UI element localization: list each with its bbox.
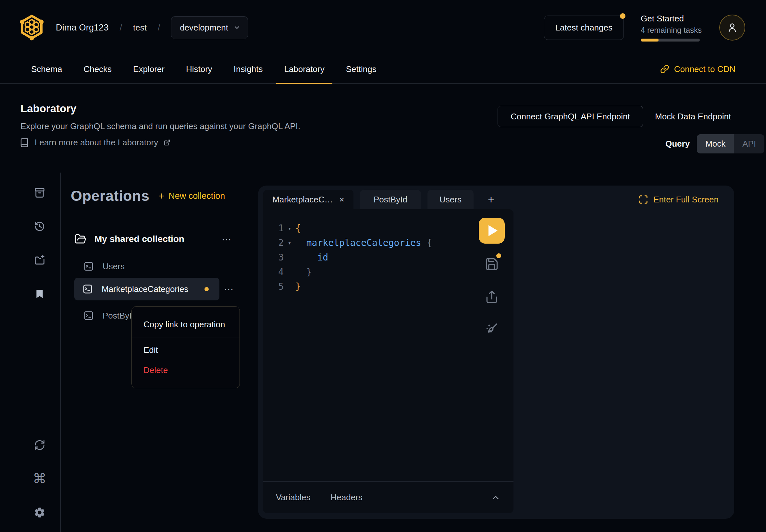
code-line: 4 } <box>263 265 514 279</box>
code-token: { <box>295 223 301 234</box>
operation-item-users[interactable]: Users <box>75 256 125 276</box>
page-title: Laboratory <box>20 103 76 115</box>
operation-context-menu: Copy link to operation Edit Delete <box>131 306 240 388</box>
operation-item-postbyid[interactable]: PostById <box>75 306 136 326</box>
breadcrumb-org[interactable]: Dima Org123 <box>56 23 109 33</box>
editor-tab-marketplacecategories[interactable]: MarketplaceC… × <box>263 190 353 209</box>
bookmarks-button[interactable] <box>33 287 46 301</box>
folder-open-icon <box>75 233 86 245</box>
code-token: } <box>295 281 301 292</box>
target-selector-value: development <box>180 23 228 33</box>
code-line: 3 id <box>263 250 514 265</box>
tab-checks[interactable]: Checks <box>76 54 119 84</box>
new-collection-button[interactable]: + New collection <box>159 190 225 202</box>
close-icon[interactable]: × <box>339 195 344 204</box>
sidebar-divider <box>60 173 61 532</box>
prettify-button[interactable] <box>484 321 499 336</box>
progress-bar <box>641 39 700 42</box>
fullscreen-button[interactable]: Enter Full Screen <box>638 190 719 209</box>
operation-menu-button[interactable]: ⋯ <box>224 278 234 300</box>
menu-item-copy-link[interactable]: Copy link to operation <box>132 314 239 334</box>
code-area[interactable]: 1 ▾ { 2 ▾ marketplaceCategories { 3 id 4… <box>263 209 514 481</box>
menu-item-edit[interactable]: Edit <box>132 340 239 360</box>
add-tab-button[interactable]: + <box>484 190 499 209</box>
tab-explorer[interactable]: Explorer <box>125 54 172 84</box>
fold-caret-icon[interactable]: ▾ <box>284 225 295 232</box>
line-number: 1 <box>263 223 284 234</box>
operation-label: Users <box>103 261 125 272</box>
headers-tab[interactable]: Headers <box>330 492 362 502</box>
new-collection-rail-button[interactable] <box>33 253 46 267</box>
code-indent <box>295 267 306 277</box>
plus-icon: + <box>159 190 165 202</box>
get-started-subtitle: 4 remaining tasks <box>641 26 702 35</box>
editor-tab-postbyid[interactable]: PostById <box>360 190 421 209</box>
command-icon: ⌘ <box>33 472 46 486</box>
code-token: } <box>306 267 312 277</box>
square-terminal-icon <box>83 261 94 272</box>
bookmark-icon <box>34 288 45 299</box>
connect-to-cdn-link[interactable]: Connect to CDN <box>660 54 736 84</box>
shortcuts-button[interactable]: ⌘ <box>33 472 46 486</box>
hive-logo[interactable] <box>19 14 45 41</box>
get-started-title: Get Started <box>641 14 702 24</box>
settings-button[interactable] <box>33 506 46 519</box>
share-operation-button[interactable] <box>484 290 499 305</box>
menu-item-delete[interactable]: Delete <box>132 360 239 380</box>
code-indent <box>295 252 317 263</box>
chevron-down-icon <box>233 24 240 31</box>
operation-item-marketplacecategories[interactable]: MarketplaceCategories <box>74 278 219 300</box>
code-line: 5 } <box>263 279 514 294</box>
play-icon <box>489 225 498 236</box>
save-operation-button[interactable] <box>484 257 499 272</box>
editor-tab-label: Users <box>440 195 462 205</box>
mode-api[interactable]: API <box>734 134 764 153</box>
broom-sparkles-icon <box>484 321 499 336</box>
mock-endpoint-button[interactable]: Mock Data Endpoint <box>655 106 731 127</box>
query-mode-label: Query <box>665 139 690 149</box>
square-terminal-icon <box>83 310 94 321</box>
tab-schema[interactable]: Schema <box>23 54 70 84</box>
variables-tab[interactable]: Variables <box>276 492 310 502</box>
operations-title: Operations <box>71 187 150 204</box>
connect-endpoint-button[interactable]: Connect GraphQL API Endpoint <box>498 106 643 127</box>
operation-collections-button[interactable] <box>33 186 46 199</box>
editor-tab-users[interactable]: Users <box>428 190 474 209</box>
code-token: marketplaceCategories <box>306 237 421 248</box>
query-editor: 1 ▾ { 2 ▾ marketplaceCategories { 3 id 4… <box>263 209 514 513</box>
collection-menu-button[interactable]: ⋯ <box>222 230 232 248</box>
app-header: Dima Org123 / test / development Latest … <box>0 0 766 55</box>
menu-divider <box>132 337 239 337</box>
target-selector[interactable]: development <box>171 16 248 39</box>
collapse-chevron-icon[interactable] <box>491 493 501 502</box>
connect-to-cdn-label: Connect to CDN <box>674 64 736 74</box>
laboratory-workspace: MarketplaceC… × PostById Users + Enter F… <box>258 186 734 519</box>
learn-more-link[interactable]: Learn more about the Laboratory <box>19 138 170 148</box>
editor-tab-label: PostById <box>373 195 407 205</box>
latest-changes-button[interactable]: Latest changes <box>544 16 624 40</box>
code-line: 2 ▾ marketplaceCategories { <box>263 236 514 250</box>
code-indent <box>295 237 306 248</box>
archive-icon <box>34 187 45 199</box>
breadcrumb-project[interactable]: test <box>133 23 147 33</box>
breadcrumb-separator: / <box>120 23 122 33</box>
gear-icon <box>33 506 46 519</box>
tab-laboratory[interactable]: Laboratory <box>276 54 332 84</box>
link-icon <box>660 65 669 74</box>
get-started-widget[interactable]: Get Started 4 remaining tasks <box>641 14 702 42</box>
refetch-schema-button[interactable] <box>33 438 46 452</box>
fold-caret-icon[interactable]: ▾ <box>284 240 295 246</box>
history-button[interactable] <box>33 220 46 233</box>
maximize-icon <box>638 195 648 204</box>
execute-query-button[interactable] <box>479 218 505 244</box>
query-mode-toggle: Mock API <box>697 134 764 153</box>
collection-folder[interactable]: My shared collection <box>75 230 217 248</box>
person-icon <box>726 22 738 33</box>
operation-label: MarketplaceCategories <box>102 284 188 294</box>
code-token: id <box>317 252 328 263</box>
tab-history[interactable]: History <box>178 54 220 84</box>
tab-insights[interactable]: Insights <box>226 54 271 84</box>
tab-settings[interactable]: Settings <box>338 54 384 84</box>
mode-mock[interactable]: Mock <box>697 134 734 153</box>
user-avatar[interactable] <box>719 15 745 41</box>
